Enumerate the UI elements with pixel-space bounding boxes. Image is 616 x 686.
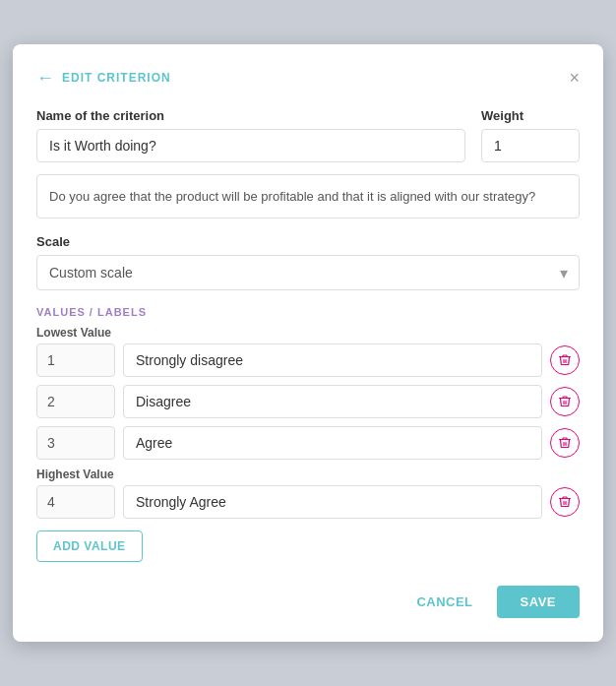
values-labels-section: VALUES / LABELS Lowest Value — [36, 306, 580, 519]
trash-icon — [558, 495, 572, 509]
table-row — [36, 485, 580, 519]
name-label: Name of the criterion — [36, 108, 465, 123]
value-num-input-3[interactable] — [36, 426, 115, 460]
weight-label: Weight — [481, 108, 580, 123]
modal-footer: CANCEL SAVE — [36, 586, 580, 618]
lowest-value-label: Lowest Value — [36, 326, 580, 340]
trash-icon — [558, 436, 572, 450]
value-num-input-2[interactable] — [36, 385, 115, 418]
cancel-button[interactable]: CANCEL — [404, 587, 484, 617]
value-text-input-3[interactable] — [123, 426, 542, 460]
back-arrow-icon[interactable]: ← — [36, 68, 54, 89]
name-group: Name of the criterion — [36, 108, 465, 162]
modal-title: EDIT CRITERION — [62, 71, 171, 85]
scale-select-wrapper: Custom scale Likert 5 Likert 7 ▾ — [36, 255, 580, 290]
description-box: Do you agree that the product will be pr… — [36, 174, 580, 219]
value-text-input-1[interactable] — [123, 343, 542, 377]
trash-icon — [558, 353, 572, 367]
table-row — [36, 426, 580, 460]
delete-button-2[interactable] — [550, 387, 580, 416]
table-row — [36, 385, 580, 418]
values-section-title: VALUES / LABELS — [36, 306, 580, 318]
save-button[interactable]: SAVE — [497, 586, 580, 618]
delete-button-3[interactable] — [550, 428, 580, 458]
weight-input[interactable] — [481, 129, 580, 162]
value-text-input-4[interactable] — [123, 485, 542, 519]
edit-criterion-modal: ← EDIT CRITERION × Name of the criterion… — [13, 44, 603, 643]
scale-section: Scale Custom scale Likert 5 Likert 7 ▾ — [36, 234, 580, 290]
header-left: ← EDIT CRITERION — [36, 68, 171, 89]
add-value-button[interactable]: ADD VALUE — [36, 530, 143, 562]
modal-header: ← EDIT CRITERION × — [36, 68, 580, 89]
scale-select[interactable]: Custom scale Likert 5 Likert 7 — [36, 255, 580, 290]
highest-value-label: Highest Value — [36, 468, 580, 481]
criterion-name-input[interactable] — [36, 129, 465, 162]
weight-group: Weight — [481, 108, 580, 162]
close-button[interactable]: × — [569, 69, 580, 87]
value-num-input-1[interactable] — [36, 343, 115, 377]
trash-icon — [558, 395, 572, 408]
value-num-input-4[interactable] — [36, 485, 115, 519]
table-row — [36, 343, 580, 377]
name-weight-row: Name of the criterion Weight — [36, 108, 580, 162]
scale-label: Scale — [36, 234, 580, 249]
value-text-input-2[interactable] — [123, 385, 542, 418]
delete-button-1[interactable] — [550, 345, 580, 375]
delete-button-4[interactable] — [550, 487, 580, 517]
